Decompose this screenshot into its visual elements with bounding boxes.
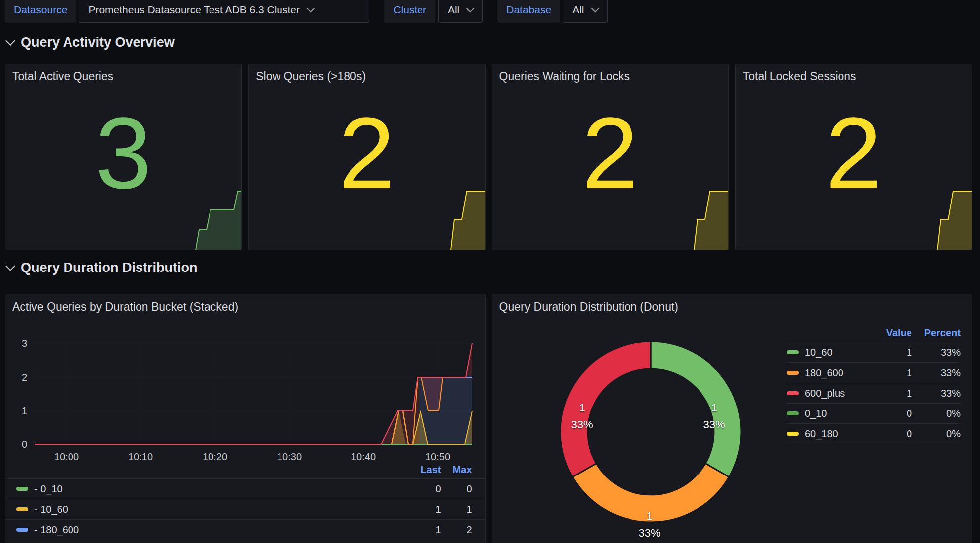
y-tick: 0 xyxy=(5,438,27,451)
legend-row-0-10[interactable]: - 0_10 0 0 xyxy=(5,478,485,499)
panel-title: Total Locked Sessions xyxy=(743,70,856,83)
slice-label-green: 1 33% xyxy=(692,400,737,433)
slice-percent: 33% xyxy=(560,416,605,433)
cluster-dropdown[interactable]: All xyxy=(438,0,483,23)
series-color-swatch xyxy=(16,487,28,491)
sparkline-chart xyxy=(446,190,486,250)
column-header-percent[interactable]: Percent xyxy=(912,327,961,339)
series-color-swatch xyxy=(787,411,799,415)
panel-title: Total Active Queries xyxy=(12,70,113,83)
x-tick: 10:50 xyxy=(416,451,460,463)
section-query-activity-overview[interactable]: Query Activity Overview xyxy=(7,35,175,50)
series-name: 10_60 xyxy=(805,347,876,358)
section-query-duration-distribution[interactable]: Query Duration Distribution xyxy=(7,260,198,275)
database-value: All xyxy=(572,4,584,16)
database-label: Database xyxy=(497,0,560,23)
legend-header-last[interactable]: Last xyxy=(384,464,441,475)
series-last-value: 0 xyxy=(384,483,441,495)
panel-total-locked-sessions[interactable]: Total Locked Sessions 2 xyxy=(735,64,972,250)
series-name: 600_plus xyxy=(805,388,876,399)
series-name: - 10_60 xyxy=(34,504,384,515)
x-tick: 10:30 xyxy=(267,451,312,463)
panel-duration-donut[interactable]: Query Duration Distribution (Donut) 1 33… xyxy=(492,294,973,543)
chevron-down-icon xyxy=(591,4,599,13)
donut-row-180-600[interactable]: 180_600 1 33% xyxy=(787,362,961,383)
variable-cluster: Cluster All xyxy=(384,0,483,23)
panel-queries-waiting-locks[interactable]: Queries Waiting for Locks 2 xyxy=(492,64,729,250)
section-title: Query Activity Overview xyxy=(21,35,175,50)
series-name: 180_600 xyxy=(805,367,876,379)
legend-row-180-600[interactable]: - 180_600 1 2 xyxy=(5,519,485,540)
stat-panels-row: Total Active Queries 3 Slow Queries (>18… xyxy=(5,64,972,250)
slice-label-orange: 1 33% xyxy=(628,508,672,542)
column-header-value[interactable]: Value xyxy=(876,327,912,339)
series-color-swatch xyxy=(16,528,28,532)
series-last-value: 1 xyxy=(384,504,441,515)
series-color-swatch xyxy=(787,432,799,436)
sparkline-chart xyxy=(689,190,729,250)
chevron-down-icon xyxy=(5,261,15,271)
chevron-down-icon xyxy=(466,4,475,13)
panel-title: Query Duration Distribution (Donut) xyxy=(499,300,678,314)
cluster-label: Cluster xyxy=(384,0,435,23)
series-value: 0 xyxy=(876,408,912,419)
donut-legend-table: Value Percent 10_60 1 33% 180_600 1 33% … xyxy=(787,323,961,444)
donut-row-60-180[interactable]: 60_180 0 0% xyxy=(787,423,961,444)
sparkline-chart xyxy=(195,190,242,250)
legend-row-10-60[interactable]: - 10_60 1 1 xyxy=(5,499,485,519)
series-percent: 0% xyxy=(912,428,961,440)
donut-table-header: Value Percent xyxy=(787,323,961,342)
series-percent: 0% xyxy=(912,408,961,419)
series-value: 1 xyxy=(876,388,912,399)
database-dropdown[interactable]: All xyxy=(563,0,607,23)
panel-slow-queries[interactable]: Slow Queries (>180s) 2 xyxy=(248,64,485,250)
series-name: 60_180 xyxy=(805,428,876,440)
series-max-value: 2 xyxy=(441,524,472,536)
stat-value: 2 xyxy=(582,102,638,204)
y-tick: 1 xyxy=(5,405,27,417)
panel-title: Active Queries by Duration Bucket (Stack… xyxy=(12,300,238,314)
series-value: 1 xyxy=(876,367,912,379)
panel-total-active-queries[interactable]: Total Active Queries 3 xyxy=(5,64,242,250)
series-max-value: 0 xyxy=(441,483,472,495)
series-percent: 33% xyxy=(912,388,961,399)
series-color-swatch xyxy=(16,507,28,511)
series-percent: 33% xyxy=(912,347,961,358)
cluster-value: All xyxy=(448,4,459,16)
legend-header: Last Max xyxy=(384,464,472,475)
chevron-down-icon xyxy=(307,4,315,13)
sparkline-chart xyxy=(932,190,972,250)
panel-duration-bucket-stacked[interactable]: Active Queries by Duration Bucket (Stack… xyxy=(5,294,486,543)
slice-percent: 33% xyxy=(628,525,672,542)
legend-header-max[interactable]: Max xyxy=(441,464,472,475)
series-color-swatch xyxy=(787,350,799,354)
series-color-swatch xyxy=(787,371,799,375)
panel-title: Slow Queries (>180s) xyxy=(256,70,366,83)
datasource-label: Datasource xyxy=(5,0,76,23)
x-tick: 10:40 xyxy=(341,451,386,463)
duration-panels-row: Active Queries by Duration Bucket (Stack… xyxy=(5,294,972,543)
series-value: 1 xyxy=(876,347,912,358)
series-max-value: 1 xyxy=(441,504,472,515)
dashboard-toolbar: Datasource Prometheus Datasource Test AD… xyxy=(5,0,608,23)
donut-row-10-60[interactable]: 10_60 1 33% xyxy=(787,342,961,362)
series-name: - 0_10 xyxy=(34,483,384,495)
slice-value: 1 xyxy=(628,508,672,525)
donut-row-600-plus[interactable]: 600_plus 1 33% xyxy=(787,383,961,403)
x-tick: 10:20 xyxy=(193,451,237,463)
y-tick: 2 xyxy=(5,371,27,384)
section-title: Query Duration Distribution xyxy=(21,260,198,275)
stat-value: 2 xyxy=(825,102,882,204)
x-tick: 10:00 xyxy=(44,451,89,463)
series-last-value: 1 xyxy=(384,524,441,536)
slice-label-red: 1 33% xyxy=(560,400,605,433)
slice-percent: 33% xyxy=(692,416,737,433)
stat-value: 2 xyxy=(339,102,395,204)
variable-database: Database All xyxy=(497,0,607,23)
panel-title: Queries Waiting for Locks xyxy=(499,70,630,83)
datasource-dropdown[interactable]: Prometheus Datasource Test ADB 6.3 Clust… xyxy=(79,0,369,23)
donut-row-0-10[interactable]: 0_10 0 0% xyxy=(787,403,961,423)
x-tick: 10:10 xyxy=(118,451,163,463)
series-value: 0 xyxy=(876,428,912,440)
series-name: - 180_600 xyxy=(34,524,384,536)
